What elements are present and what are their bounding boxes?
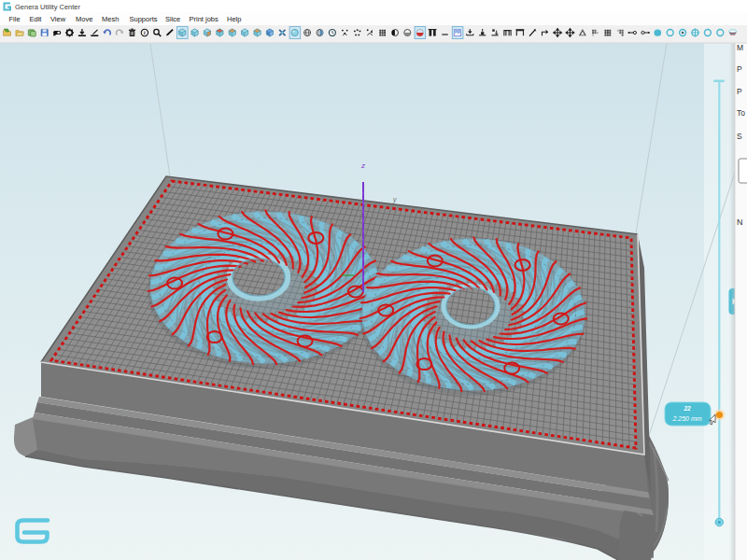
svg-text:22: 22 (683, 405, 691, 412)
svg-text:Help: Help (227, 15, 241, 23)
svg-text:y: y (392, 196, 397, 203)
svg-text:Print jobs: Print jobs (190, 15, 219, 23)
svg-text:N: N (737, 217, 743, 227)
svg-text:P: P (737, 64, 742, 74)
svg-text:2.250 mm: 2.250 mm (671, 415, 701, 422)
svg-text:View: View (50, 15, 66, 23)
svg-text:Genera Utility Center: Genera Utility Center (15, 3, 81, 11)
svg-text:Move: Move (76, 15, 92, 23)
svg-text:Slice: Slice (165, 15, 180, 23)
svg-text:z: z (360, 161, 365, 170)
svg-text:Mesh: Mesh (102, 15, 119, 23)
svg-text:File: File (9, 15, 21, 23)
svg-text:Edit: Edit (30, 15, 43, 23)
svg-text:To: To (737, 108, 745, 118)
svg-text:Supports: Supports (130, 15, 158, 23)
svg-text:M: M (737, 43, 743, 52)
svg-text:P: P (737, 87, 742, 96)
svg-text:S: S (737, 132, 742, 141)
